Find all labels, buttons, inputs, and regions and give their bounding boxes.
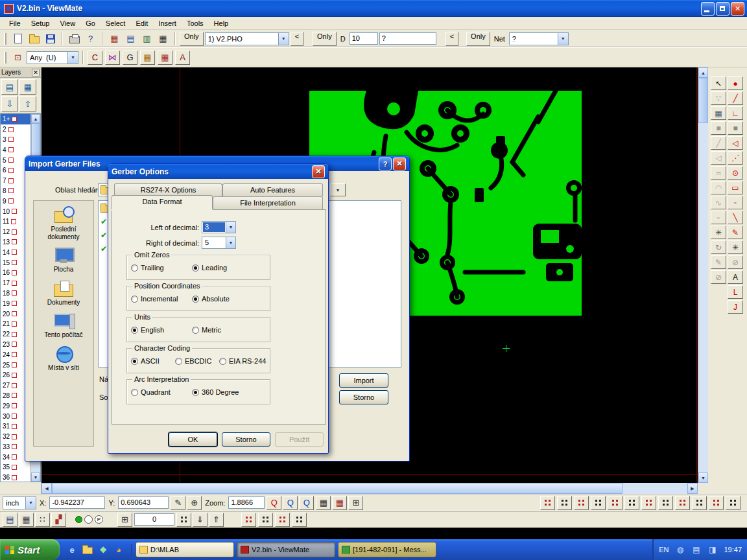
layer-color-chip[interactable]	[11, 219, 16, 224]
draw-polyline-icon[interactable]: ∟	[728, 106, 743, 120]
radio-trailing[interactable]: Trailing	[131, 264, 192, 272]
layer-color-chip[interactable]	[12, 290, 17, 296]
measure-off-icon[interactable]: ≍	[711, 166, 726, 180]
radio-icon[interactable]	[131, 264, 138, 272]
taskbar-button[interactable]: [191-482-091] - Mess...	[338, 542, 436, 557]
chevron-down-icon[interactable]: ▼	[226, 237, 235, 248]
draw-segments-icon[interactable]: ⋰	[728, 151, 743, 165]
chevron-down-icon[interactable]: ▼	[558, 33, 568, 45]
language-indicator[interactable]: EN	[659, 546, 669, 554]
zoom-window-icon[interactable]: Q	[283, 496, 298, 510]
draw-steep-line-icon[interactable]: ╲	[728, 211, 743, 224]
draw-sketch-icon[interactable]: ✎	[728, 226, 743, 239]
layer-color-chip[interactable]	[8, 158, 14, 163]
layer-color-chip[interactable]	[12, 454, 17, 460]
menu-help[interactable]: Help	[209, 18, 234, 29]
toolbar-grip[interactable]	[4, 52, 6, 64]
radio-quadrant[interactable]: Quadrant	[131, 388, 192, 396]
tab-file-interpretation[interactable]: File Interpretation	[213, 196, 323, 209]
select-cursor-icon[interactable]: ↖	[711, 76, 726, 90]
radio-english[interactable]: English	[131, 326, 192, 334]
restore-button[interactable]	[716, 2, 729, 16]
radio-icon[interactable]	[131, 358, 138, 365]
text-select-icon[interactable]: A	[175, 51, 190, 65]
pattern-icon[interactable]	[275, 513, 290, 527]
tool-star-icon[interactable]: ✳	[728, 240, 743, 254]
net-combo[interactable]: ? ▼	[509, 32, 569, 45]
menu-view[interactable]: View	[54, 18, 80, 29]
volume-icon[interactable]: ◨	[705, 542, 720, 557]
radio-absolute[interactable]: Absolute	[192, 295, 253, 303]
scroll-up-icon[interactable]: ▲	[698, 67, 708, 78]
vertical-scrollbar[interactable]: ▲ ▼	[698, 67, 708, 483]
import-button[interactable]: Import	[339, 373, 388, 388]
layer-color-chip[interactable]	[12, 403, 17, 408]
open-file-icon[interactable]	[27, 32, 42, 46]
new-file-icon[interactable]	[10, 32, 25, 46]
place-dokumenty[interactable]: Dokumenty	[35, 279, 92, 307]
pad-grid-icon[interactable]: ▦	[332, 496, 347, 510]
menu-go[interactable]: Go	[80, 18, 101, 29]
scroll-up-icon[interactable]: ▲	[31, 114, 40, 123]
scrollbar-thumb[interactable]	[698, 78, 708, 123]
left-of-decimal-combo[interactable]: 3 ▼	[202, 221, 236, 233]
taskbar-button[interactable]: V2.bin - ViewMate	[237, 542, 335, 557]
prev-layer-button[interactable]: <	[290, 32, 303, 46]
minimize-button[interactable]	[701, 2, 715, 16]
zoom-in-icon[interactable]: Q	[267, 496, 281, 510]
draw-pad-icon[interactable]: ●	[728, 76, 743, 90]
ok-button[interactable]: OK	[169, 432, 217, 447]
draw-measure-icon[interactable]: ✎	[171, 496, 185, 510]
layer-table-icon[interactable]: ▥	[139, 32, 154, 46]
place-tento-po-ta[interactable]: Tento počítač	[35, 312, 92, 339]
gear-icon[interactable]: ✳	[711, 226, 726, 239]
place-plocha[interactable]: Plocha	[35, 246, 92, 274]
film-strip-icon[interactable]: ▦	[19, 513, 34, 527]
close-icon[interactable]: ✕	[32, 69, 40, 76]
dashed-off-icon[interactable]: ▫	[711, 211, 726, 224]
layer-stack-icon[interactable]: ▤	[3, 513, 18, 527]
grid-select-icon[interactable]: ▦	[140, 51, 155, 65]
close-button[interactable]: ✕	[393, 158, 406, 170]
draw-square-icon[interactable]: ■	[728, 121, 743, 135]
input-keyboard-icon[interactable]: ▤	[689, 542, 704, 557]
save-file-icon[interactable]	[43, 32, 58, 46]
layer-color-chip[interactable]	[12, 250, 17, 255]
grid-settings-icon[interactable]: ⊞	[117, 513, 132, 527]
right-of-decimal-combo[interactable]: 5 ▼	[202, 237, 236, 249]
net-grid-icon[interactable]: ⊞	[348, 496, 363, 510]
erase-icon[interactable]: ⊘	[728, 255, 743, 269]
layer-color-chip[interactable]	[12, 465, 17, 470]
layer-color-chip[interactable]	[8, 137, 14, 142]
browser-icon[interactable]: ◕	[113, 544, 124, 555]
update-shield-icon[interactable]: ◍	[672, 542, 687, 557]
layer-color-chip[interactable]	[12, 393, 17, 398]
slash-circle-icon[interactable]: ⊘	[711, 270, 726, 284]
layer-color-chip[interactable]	[12, 373, 17, 378]
chevron-down-icon[interactable]: ▼	[67, 52, 78, 64]
draw-hook-icon[interactable]: J	[728, 300, 743, 314]
pattern-icon[interactable]	[591, 496, 606, 510]
select-mode-icon[interactable]: ⊡	[10, 51, 25, 65]
layer-row[interactable]: 1+	[1, 114, 32, 124]
layer-list-icon[interactable]: ▤	[1, 79, 18, 95]
radio-incremental[interactable]: Incremental	[131, 295, 192, 303]
aperture-list-icon[interactable]: ▤	[123, 32, 138, 46]
probe-p-icon[interactable]: P	[95, 515, 103, 524]
layer-color-chip[interactable]	[12, 342, 17, 347]
gerber-select-icon[interactable]: G	[123, 51, 137, 65]
diag-pattern-icon[interactable]: ▞	[51, 513, 66, 527]
help-button[interactable]: ?	[379, 158, 392, 170]
line-tool-off-icon[interactable]: ╱	[711, 136, 726, 150]
pattern-icon[interactable]	[241, 513, 256, 527]
layer-row[interactable]: 4	[1, 145, 32, 155]
layer-color-chip[interactable]	[12, 229, 17, 235]
tab-auto-features[interactable]: Auto Features	[222, 183, 323, 196]
snap-points-icon[interactable]: ∵	[711, 91, 726, 105]
horizontal-scrollbar[interactable]: ◀ ▶	[0, 483, 698, 494]
layer-color-chip[interactable]	[12, 475, 17, 480]
radio-icon[interactable]	[131, 296, 138, 303]
gray-square-icon[interactable]: ■	[711, 121, 726, 135]
layer-color-chip[interactable]	[12, 362, 17, 368]
scroll-down-icon[interactable]: ▼	[31, 472, 40, 482]
